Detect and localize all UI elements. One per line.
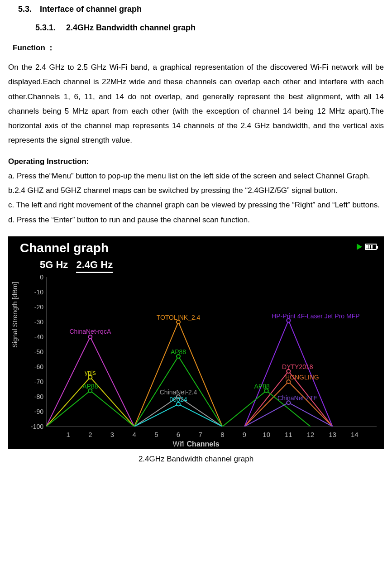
network-label: ChinaNet ZTE <box>277 394 318 402</box>
oi-item-a: a. Press the“Menu” button to pop-up the … <box>8 169 384 183</box>
y-tick: -20 <box>25 303 43 311</box>
y-tick: -70 <box>25 378 43 385</box>
y-tick: 0 <box>25 274 43 281</box>
channel-plot: Signal Strength [dBm] Wifi Channels 0-10… <box>8 275 384 449</box>
oi-item-b: b.2.4 GHZ and 5GHZ channel maps can be s… <box>8 183 384 198</box>
x-axis-label: Wifi Channels <box>8 440 384 448</box>
y-tick: -100 <box>25 423 43 430</box>
x-tick: 3 <box>110 431 114 438</box>
oi-item-d: d. Press the “Enter” button to run and p… <box>8 213 384 227</box>
x-tick: 13 <box>329 431 336 438</box>
x-tick: 9 <box>243 431 246 438</box>
x-tick: 11 <box>285 431 292 438</box>
y-tick: -50 <box>25 348 43 355</box>
oi-item-c: c. The left and right movement of the ch… <box>8 198 384 212</box>
subsection-heading: 5.3.1. 2.4GHz Bandwidth channel graph <box>35 23 384 33</box>
x-tick: 8 <box>220 431 224 438</box>
network-label: AP88 <box>254 383 270 390</box>
network-label: AP88 <box>82 383 98 390</box>
operating-instruction-label: Operating Instruction: <box>8 157 384 166</box>
channel-graph-screenshot: Channel graph 5G Hz 2.4G Hz Signal Stren… <box>8 236 384 449</box>
network-label: ypjs <box>85 369 96 376</box>
y-tick: -40 <box>25 333 43 341</box>
tab-2-4ghz[interactable]: 2.4G Hz <box>76 259 113 273</box>
network-label: AP88 <box>171 348 186 355</box>
x-tick: 6 <box>177 431 180 438</box>
status-icons <box>357 244 377 250</box>
network-label: DYTY2018 <box>282 363 313 370</box>
x-tick: 2 <box>88 431 92 438</box>
network-label: 00024 <box>170 396 187 403</box>
tab-5ghz[interactable]: 5G Hz <box>40 259 68 271</box>
x-tick: 5 <box>154 431 158 438</box>
network-label: HONGLING <box>285 374 319 381</box>
section-heading: 5.3. Interface of channel graph <box>18 5 384 14</box>
operating-instruction-list: a. Press the“Menu” button to pop-up the … <box>8 169 384 227</box>
figure-caption: 2.4GHz Bandwidth channel graph <box>8 455 384 464</box>
network-label: TOTOLINK_2.4 <box>157 314 201 321</box>
x-tick: 4 <box>132 431 136 438</box>
x-tick: 7 <box>198 431 202 438</box>
y-axis-label: Signal Strength [dBm] <box>11 282 19 348</box>
x-tick: 10 <box>263 431 270 438</box>
network-label: ChinaNet-rqcA <box>69 328 111 335</box>
function-paragraph: On the 2.4 GHz to 2.5 GHz Wi-Fi band, a … <box>8 60 384 148</box>
svg-point-27 <box>88 335 92 339</box>
x-tick: 12 <box>307 431 315 438</box>
chart-svg <box>46 277 377 427</box>
y-tick: -80 <box>25 393 43 400</box>
y-tick: -60 <box>25 363 43 370</box>
play-icon <box>357 244 362 250</box>
network-label: HP-Print 4F-Laser Jet Pro MFP <box>272 312 360 320</box>
screenshot-title: Channel graph <box>20 241 109 255</box>
x-tick: 1 <box>66 431 70 438</box>
y-tick: -30 <box>25 318 43 326</box>
battery-icon <box>365 244 377 250</box>
y-tick: -90 <box>25 408 43 415</box>
band-tabs: 5G Hz 2.4G Hz <box>40 259 118 273</box>
x-tick: 14 <box>351 431 359 438</box>
network-label: ChinaNet-2.4 <box>160 389 197 396</box>
y-tick: -10 <box>25 288 43 296</box>
function-label: Function ： <box>13 43 384 53</box>
